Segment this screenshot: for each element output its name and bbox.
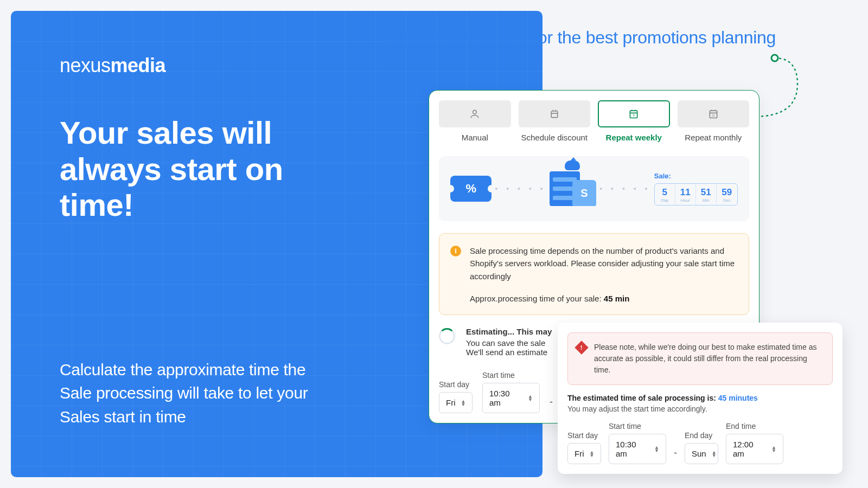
range-separator: - — [674, 447, 677, 464]
stepper-caret-icon: ▲▼ — [771, 446, 776, 452]
server-icon: S — [550, 171, 596, 206]
stepper-caret-icon: ▲▼ — [528, 395, 533, 401]
approx-value: 45 min — [604, 294, 630, 303]
disclaimer-body: Please note, while we're doing our best … — [594, 342, 824, 376]
svg-point-2 — [473, 110, 477, 114]
adjust-hint: You may adjust the start time accordingl… — [567, 404, 833, 413]
schedule-range-fields: Start day Fri ▲▼ Start time 10:30 am ▲▼ … — [567, 422, 833, 464]
cloud-upload-icon — [565, 160, 580, 170]
tab-label: Schedule discount — [519, 133, 591, 142]
svg-text:31: 31 — [712, 114, 715, 117]
start-day-field: Start day Fri ▲▼ — [567, 431, 601, 464]
scheduling-callout: Flexible scheduling for the best promoti… — [384, 26, 776, 49]
approx-label: Approx.processing time of your sale: — [470, 294, 602, 303]
brand-logo-light: nexus — [60, 54, 111, 76]
field-label: End day — [685, 431, 718, 440]
range-separator: - — [550, 396, 553, 413]
brand-logo-bold: media — [111, 54, 166, 76]
svg-text:7: 7 — [633, 114, 635, 117]
estimating-line: You can save the sale — [466, 338, 552, 348]
info-icon: i — [450, 246, 461, 256]
flow-dots: • • • • • — [495, 184, 546, 193]
brand-logo: nexusmedia — [60, 54, 494, 77]
start-day-select[interactable]: Fri ▲▼ — [567, 443, 601, 464]
field-label: Start day — [567, 431, 601, 440]
start-time-field: Start time 10:30 am ▲▼ — [482, 371, 540, 413]
end-time-select[interactable]: 12:00 am ▲▼ — [726, 434, 783, 464]
tab-label: Repeat weekly — [598, 133, 670, 142]
svg-point-0 — [771, 55, 778, 61]
sale-countdown: Sale: 5Day 11Hour 51Min 59Sec — [654, 172, 738, 206]
estimating-title: Estimating... This may — [466, 327, 552, 336]
start-day-field: Start day Fri ▲▼ — [439, 380, 473, 413]
schedule-tabs: Manual Schedule discount 7 Repeat weekly… — [429, 91, 759, 144]
end-time-field: End time 12:00 am ▲▼ — [726, 422, 783, 464]
tab-repeat-weekly[interactable]: 7 Repeat weekly — [598, 100, 670, 142]
end-day-field: End day Sun ▲▼ — [685, 431, 718, 464]
estimating-line: We'll send an estimate — [466, 348, 552, 357]
accuracy-disclaimer: ! Please note, while we're doing our bes… — [567, 332, 833, 385]
field-label: Start day — [439, 380, 473, 389]
estimate-key: The estimated time of sale processing is… — [567, 394, 716, 402]
tag-icon — [519, 100, 591, 127]
tab-schedule-discount[interactable]: Schedule discount — [519, 100, 591, 142]
stepper-caret-icon: ▲▼ — [590, 451, 595, 457]
svg-rect-3 — [551, 111, 558, 118]
estimate-value: 45 minutes — [718, 394, 758, 402]
tab-label: Manual — [439, 133, 511, 142]
start-day-select[interactable]: Fri ▲▼ — [439, 392, 473, 413]
hero-subcopy: Calculate the approximate time the Sale … — [60, 358, 342, 429]
start-time-field: Start time 10:30 am ▲▼ — [609, 422, 666, 464]
tab-manual[interactable]: Manual — [439, 100, 511, 142]
flow-dots: • • • • • — [599, 184, 650, 193]
start-fields: Start day Fri ▲▼ Start time 10:30 am ▲▼ … — [439, 371, 553, 413]
person-icon — [439, 100, 511, 127]
shopping-bag-icon: S — [572, 180, 596, 206]
spinner-icon — [439, 328, 455, 344]
hero-headline: Your sales will always start on time! — [60, 115, 342, 223]
field-label: Start time — [609, 422, 666, 431]
estimate-result-card: ! Please note, while we're doing our bes… — [558, 323, 843, 474]
stepper-caret-icon: ▲▼ — [654, 446, 659, 452]
coupon-icon: % — [450, 176, 492, 202]
field-label: End time — [726, 422, 783, 431]
start-time-select[interactable]: 10:30 am ▲▼ — [609, 434, 666, 464]
sale-countdown-label: Sale: — [654, 172, 738, 180]
stepper-caret-icon: ▲▼ — [712, 451, 717, 457]
field-label: Start time — [482, 371, 540, 380]
start-time-select[interactable]: 10:30 am ▲▼ — [482, 383, 540, 413]
stepper-caret-icon: ▲▼ — [461, 400, 466, 406]
warning-icon: ! — [575, 341, 588, 354]
end-day-select[interactable]: Sun ▲▼ — [685, 443, 718, 464]
processing-illustration: % • • • • • S • • • • • Sale: 5Day 11Hou… — [439, 156, 749, 221]
tab-repeat-monthly[interactable]: 31 Repeat monthly — [678, 100, 750, 142]
notice-body: Sale processing time depends on the numb… — [470, 245, 738, 282]
processing-time-notice: i Sale processing time depends on the nu… — [439, 233, 749, 315]
calendar-month-icon: 31 — [678, 100, 750, 127]
tab-label: Repeat monthly — [678, 133, 750, 142]
calendar-week-icon: 7 — [598, 100, 670, 127]
